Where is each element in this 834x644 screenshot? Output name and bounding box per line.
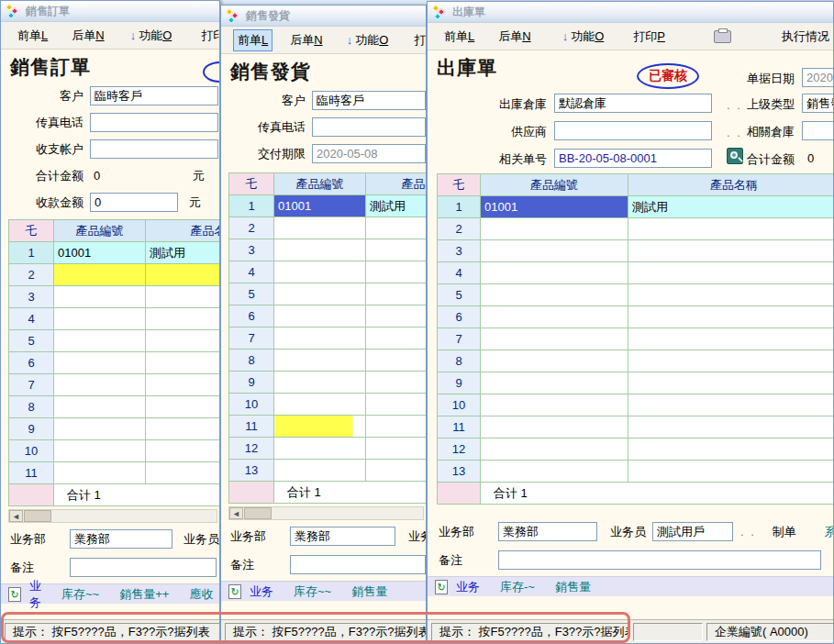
- product-code-cell[interactable]: [54, 374, 146, 396]
- prev-doc-button[interactable]: 前单L: [439, 26, 479, 48]
- product-name-cell[interactable]: [146, 330, 220, 352]
- remark-input[interactable]: [498, 550, 821, 570]
- product-name-cell[interactable]: [366, 328, 427, 350]
- product-name-cell[interactable]: [628, 218, 834, 240]
- titlebar[interactable]: 出庫單: [428, 2, 833, 23]
- product-name-cell[interactable]: [628, 461, 834, 483]
- product-code-header[interactable]: 產品編號: [54, 220, 146, 242]
- product-name-cell[interactable]: 測試用: [628, 196, 834, 218]
- product-name-cell[interactable]: [366, 438, 427, 460]
- seq-column-header[interactable]: 乇: [229, 173, 274, 195]
- product-name-cell[interactable]: [146, 352, 220, 374]
- dept-input[interactable]: [498, 522, 597, 541]
- function-menu-button[interactable]: ↓功能O: [342, 29, 394, 51]
- product-code-cell[interactable]: [274, 438, 366, 460]
- next-doc-button[interactable]: 后单N: [494, 26, 535, 48]
- horizontal-scrollbar[interactable]: ◄: [8, 509, 217, 523]
- product-name-cell[interactable]: [146, 308, 220, 330]
- product-name-cell[interactable]: [628, 416, 834, 439]
- fax-input[interactable]: [90, 113, 218, 132]
- maker-value[interactable]: 系統管: [825, 524, 833, 540]
- tab-inventory[interactable]: 库存-~: [500, 579, 535, 595]
- product-code-cell[interactable]: [481, 439, 628, 461]
- tab-business[interactable]: 业务: [250, 583, 273, 600]
- product-code-cell[interactable]: [481, 394, 628, 416]
- refresh-icon[interactable]: ↻: [228, 584, 241, 599]
- product-code-cell[interactable]: 01001: [481, 196, 628, 218]
- product-code-cell[interactable]: [54, 264, 146, 286]
- product-code-cell[interactable]: [274, 328, 366, 350]
- product-name-header[interactable]: 產品名稱: [628, 174, 834, 196]
- product-code-cell[interactable]: [274, 372, 366, 394]
- titlebar[interactable]: 銷售訂單: [1, 1, 219, 22]
- related-warehouse-input[interactable]: [802, 121, 833, 140]
- product-name-cell[interactable]: [366, 372, 427, 394]
- product-code-cell[interactable]: [274, 217, 366, 239]
- print-menu-button[interactable]: 打印P: [196, 25, 220, 47]
- product-name-header[interactable]: 產品名稱: [366, 173, 427, 195]
- titlebar[interactable]: 銷售發貨: [221, 6, 426, 27]
- tab-business[interactable]: 业务: [29, 578, 41, 611]
- product-name-cell[interactable]: [146, 440, 220, 462]
- product-name-cell[interactable]: [366, 460, 427, 482]
- product-name-cell[interactable]: [628, 439, 834, 461]
- related-doc-input[interactable]: [554, 149, 712, 168]
- remark-input[interactable]: [70, 558, 217, 577]
- product-name-cell[interactable]: [366, 283, 427, 305]
- supplier-input[interactable]: [554, 121, 712, 140]
- product-code-cell[interactable]: [274, 460, 366, 482]
- product-code-cell[interactable]: [274, 305, 366, 328]
- product-code-cell[interactable]: [481, 284, 628, 306]
- seq-column-header[interactable]: 乇: [438, 174, 481, 196]
- product-code-cell[interactable]: [481, 240, 628, 262]
- prev-doc-button[interactable]: 前单L: [233, 29, 272, 51]
- product-name-cell[interactable]: [146, 374, 220, 396]
- tab-receivable[interactable]: 應收: [189, 586, 213, 603]
- scrollbar-thumb[interactable]: [244, 507, 272, 519]
- account-input[interactable]: [90, 139, 218, 159]
- product-name-cell[interactable]: [146, 418, 220, 440]
- product-code-cell[interactable]: [481, 461, 628, 483]
- product-name-header[interactable]: 產品名稱: [146, 220, 220, 242]
- print-menu-button[interactable]: 打印P: [409, 29, 427, 51]
- fax-input[interactable]: [312, 117, 426, 137]
- parent-type-input[interactable]: [802, 94, 833, 113]
- refresh-icon[interactable]: ↻: [8, 587, 21, 602]
- product-name-cell[interactable]: [628, 350, 834, 372]
- product-name-cell[interactable]: [628, 372, 834, 394]
- salesman-browse-button[interactable]: . .: [740, 525, 756, 539]
- deadline-input[interactable]: [312, 144, 426, 163]
- product-name-cell[interactable]: [146, 264, 220, 286]
- product-code-cell[interactable]: [54, 440, 146, 462]
- printer-icon[interactable]: [714, 30, 731, 43]
- product-code-cell[interactable]: 01001: [274, 195, 366, 217]
- tab-inventory[interactable]: 库存~~: [61, 586, 99, 603]
- next-doc-button[interactable]: 后单N: [285, 29, 327, 51]
- product-code-header[interactable]: 產品編號: [274, 173, 366, 195]
- product-code-cell[interactable]: [481, 416, 628, 439]
- tab-business[interactable]: 业务: [456, 579, 480, 595]
- tab-sales-volume[interactable]: 銷售量: [351, 583, 387, 600]
- product-code-cell[interactable]: [274, 394, 366, 416]
- scroll-left-arrow-icon[interactable]: ◄: [9, 510, 23, 522]
- product-code-cell[interactable]: [481, 350, 628, 372]
- product-code-cell[interactable]: [481, 328, 628, 350]
- product-code-cell[interactable]: [481, 262, 628, 284]
- product-name-cell[interactable]: [146, 286, 220, 308]
- product-code-cell[interactable]: [54, 330, 146, 352]
- tab-sales-volume[interactable]: 銷售量++: [119, 586, 169, 603]
- next-doc-button[interactable]: 后单N: [67, 25, 108, 47]
- scrollbar-thumb[interactable]: [24, 510, 51, 522]
- product-name-cell[interactable]: [366, 261, 427, 283]
- product-name-cell[interactable]: [628, 394, 834, 416]
- product-name-cell[interactable]: [366, 305, 427, 328]
- tab-sales-volume[interactable]: 銷售量: [555, 579, 591, 595]
- product-name-cell[interactable]: [628, 240, 834, 262]
- product-code-cell[interactable]: [274, 239, 366, 261]
- warehouse-input[interactable]: [554, 94, 712, 113]
- product-name-cell[interactable]: [628, 306, 834, 328]
- product-code-cell[interactable]: [54, 462, 146, 484]
- execution-status-button[interactable]: 执行情况: [777, 26, 834, 48]
- horizontal-scrollbar[interactable]: ◄: [228, 506, 424, 520]
- product-name-cell[interactable]: [366, 416, 427, 438]
